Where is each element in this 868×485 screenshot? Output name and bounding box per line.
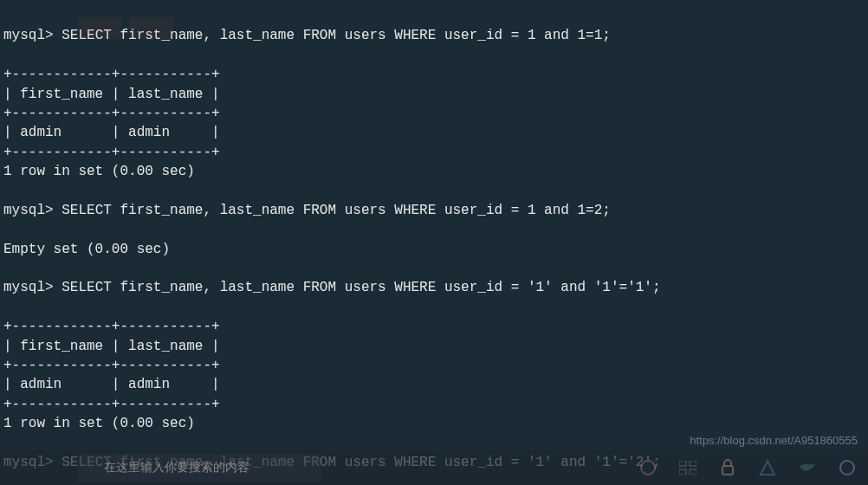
lock-icon[interactable]: [716, 456, 740, 480]
search-input[interactable]: 在这里输入你要搜索的内容: [78, 454, 321, 482]
result-summary: 1 row in set (0.00 sec): [3, 164, 195, 179]
table-row: | admin | admin |: [3, 377, 220, 392]
table-border-mid: +------------+-----------+: [3, 358, 220, 373]
terminal-output[interactable]: mysql> SELECT first_name, last_name FROM…: [0, 0, 868, 485]
table-header: | first_name | last_name |: [3, 339, 220, 354]
app-icon-1[interactable]: [755, 456, 780, 480]
query-line-3: mysql> SELECT first_name, last_name FROM…: [3, 278, 865, 297]
svg-rect-0: [679, 461, 686, 466]
table-border-top: +------------+-----------+: [3, 67, 220, 82]
result-summary: Empty set (0.00 sec): [3, 242, 170, 257]
windows-taskbar[interactable]: 在这里输入你要搜索的内容: [0, 450, 868, 485]
sql-query: SELECT first_name, last_name FROM users …: [62, 203, 611, 218]
cortana-icon[interactable]: [636, 456, 660, 480]
bird-icon[interactable]: [795, 456, 819, 480]
taskbar-icons: [636, 456, 859, 480]
table-header: | first_name | last_name |: [3, 87, 220, 102]
svg-rect-2: [679, 469, 686, 475]
query-line-2: mysql> SELECT first_name, last_name FROM…: [3, 201, 865, 220]
table-border-mid: +------------+-----------+: [3, 106, 220, 121]
table-border-top: +------------+-----------+: [3, 319, 220, 334]
svg-rect-3: [690, 469, 696, 475]
table-row: | admin | admin |: [3, 125, 220, 140]
table-border-bottom: +------------+-----------+: [3, 145, 220, 160]
svg-point-5: [840, 461, 854, 475]
mysql-prompt: mysql>: [3, 28, 54, 43]
sql-query: SELECT first_name, last_name FROM users …: [62, 280, 660, 295]
svg-rect-1: [690, 461, 696, 466]
result-summary: 1 row in set (0.00 sec): [3, 416, 195, 431]
mysql-prompt: mysql>: [3, 280, 54, 295]
app-icon-2[interactable]: [835, 456, 859, 480]
task-view-icon[interactable]: [676, 456, 700, 480]
faded-background: [78, 17, 251, 43]
svg-rect-4: [722, 466, 733, 475]
table-border-bottom: +------------+-----------+: [3, 397, 220, 412]
mysql-prompt: mysql>: [3, 203, 54, 218]
search-placeholder: 在这里输入你要搜索的内容: [104, 460, 249, 475]
watermark-text: https://blog.csdn.net/A951860555: [690, 434, 858, 447]
